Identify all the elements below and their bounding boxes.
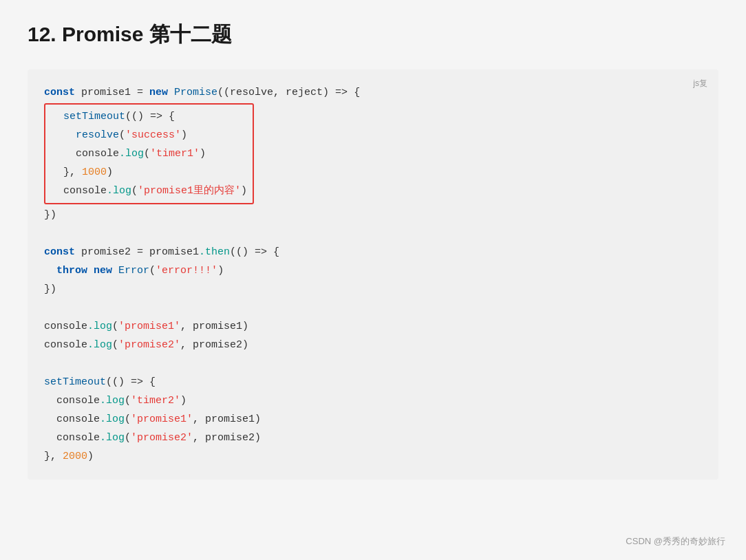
code-line-blank3 bbox=[44, 354, 702, 373]
code-line-10: }) bbox=[44, 280, 702, 299]
code-line-11: console.log('promise1', promise1) bbox=[44, 317, 702, 336]
code-line-12: console.log('promise2', promise2) bbox=[44, 336, 702, 354]
copy-button[interactable]: js复 bbox=[693, 76, 707, 91]
code-line-blank1 bbox=[44, 224, 702, 243]
page-container: 12. Promise 第十二题 js复 const promise1 = ne… bbox=[0, 0, 746, 560]
code-line-5: }, 1000) bbox=[51, 163, 247, 182]
page-title: 12. Promise 第十二题 bbox=[28, 21, 718, 49]
code-line-7: }) bbox=[44, 206, 702, 224]
code-block: js复 const promise1 = new Promise((resolv… bbox=[28, 69, 718, 480]
code-line-4: console.log('timer1') bbox=[51, 144, 247, 163]
code-line-9: throw new Error('error!!!') bbox=[44, 261, 702, 280]
code-line-15: console.log('promise1', promise1) bbox=[44, 410, 702, 429]
code-line-14: console.log('timer2') bbox=[44, 391, 702, 410]
code-line-blank2 bbox=[44, 299, 702, 317]
code-line-13: setTimeout(() => { bbox=[44, 373, 702, 391]
code-line-16: console.log('promise2', promise2) bbox=[44, 429, 702, 447]
code-line-6: console.log('promise1里的内容') bbox=[51, 182, 247, 200]
code-line-2: setTimeout(() => { bbox=[51, 107, 247, 126]
code-line-8: const promise2 = promise1.then(() => { bbox=[44, 243, 702, 261]
code-line-17: }, 2000) bbox=[44, 447, 702, 466]
watermark: CSDN @秀秀的奇妙旅行 bbox=[626, 535, 725, 548]
code-line-1: const promise1 = new Promise((resolve, r… bbox=[44, 83, 702, 102]
code-line-3: resolve('success') bbox=[51, 126, 247, 144]
highlighted-code-region: setTimeout(() => { resolve('success') co… bbox=[44, 103, 254, 204]
